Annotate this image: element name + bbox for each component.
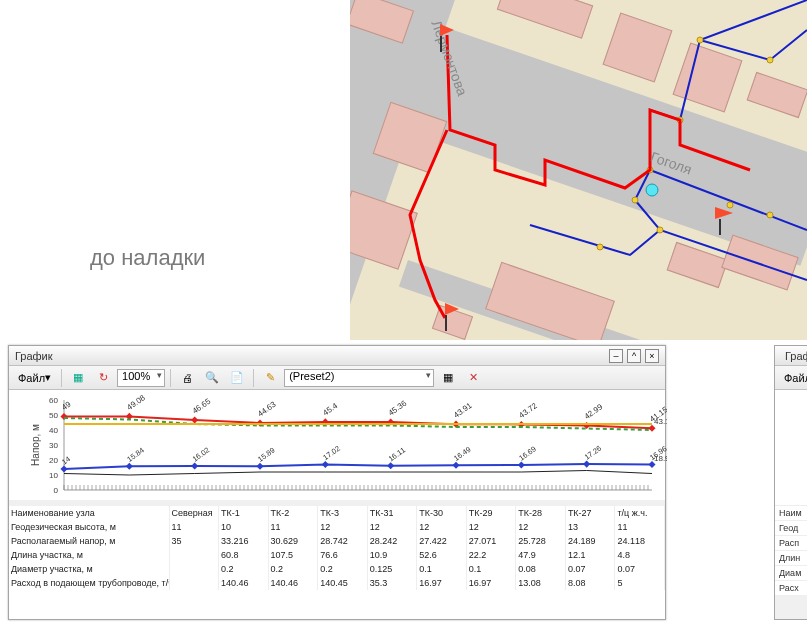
svg-point-4 xyxy=(632,197,638,203)
svg-text:50: 50 xyxy=(49,411,58,420)
svg-text:14: 14 xyxy=(60,454,72,466)
table-cell: 5 xyxy=(615,576,665,590)
caption-label: до наладки xyxy=(90,245,205,271)
delete-icon[interactable]: ✕ xyxy=(462,368,484,388)
table-cell: ТК-2 xyxy=(268,506,318,520)
flag-icon xyxy=(445,303,459,315)
apply-icon[interactable]: ▦ xyxy=(437,368,459,388)
page-setup-icon[interactable]: 📄 xyxy=(226,368,248,388)
chart-svg: 01020304050604949.0846.6544.6345.445.364… xyxy=(9,390,667,500)
chart-window: График – ^ × Файл ▾ ▦ ↻ 100% 🖨 🔍 📄 ✎ (Pr… xyxy=(8,345,666,620)
svg-text:49: 49 xyxy=(60,399,73,412)
svg-text:44.63: 44.63 xyxy=(256,400,278,419)
svg-text:16.49: 16.49 xyxy=(452,445,473,463)
refresh-icon[interactable]: ↻ xyxy=(92,368,114,388)
preview-icon[interactable]: 🔍 xyxy=(201,368,223,388)
row-label: Наименование узла xyxy=(9,506,169,520)
pin-button[interactable]: ^ xyxy=(627,349,641,363)
table-row: Располагаемый напор, м3533.21630.62928.7… xyxy=(9,534,665,548)
zoom-select[interactable]: 100% xyxy=(117,369,165,387)
svg-text:16.69: 16.69 xyxy=(517,444,538,462)
svg-text:46.65: 46.65 xyxy=(191,396,213,415)
table-cell: 0.08 xyxy=(516,562,566,576)
svg-point-0 xyxy=(697,37,703,43)
table-cell: 16.97 xyxy=(466,576,516,590)
svg-text:40: 40 xyxy=(49,426,58,435)
chart-plot[interactable]: Напор, м 01020304050604949.0846.6544.634… xyxy=(9,390,665,500)
separator xyxy=(61,369,62,387)
table-cell: 60.8 xyxy=(219,548,269,562)
table-cell: 52.6 xyxy=(417,548,467,562)
table-cell: 33.216 xyxy=(219,534,269,548)
svg-point-3 xyxy=(657,227,663,233)
print-icon[interactable]: 🖨 xyxy=(176,368,198,388)
table-cell: 140.46 xyxy=(219,576,269,590)
close-button[interactable]: × xyxy=(645,349,659,363)
svg-point-8 xyxy=(767,212,773,218)
chart-window-secondary: График Файл НаимГеодРаспДлинДиамРасх xyxy=(774,345,807,620)
table-cell: ТК-1 xyxy=(219,506,269,520)
table-cell: 22.2 xyxy=(466,548,516,562)
window-title-bar[interactable]: График – ^ × xyxy=(9,346,665,366)
table-cell: 10 xyxy=(219,520,269,534)
table-cell: 13 xyxy=(565,520,615,534)
table-cell: 8.08 xyxy=(565,576,615,590)
table-cell: 47.9 xyxy=(516,548,566,562)
chart-plot xyxy=(775,390,807,505)
table-cell: 11 xyxy=(268,520,318,534)
svg-text:10: 10 xyxy=(49,471,58,480)
window-title-bar[interactable]: График xyxy=(775,346,807,366)
table-cell: 24.189 xyxy=(565,534,615,548)
separator xyxy=(170,369,171,387)
table-cell: 12.1 xyxy=(565,548,615,562)
table-cell: 12 xyxy=(466,520,516,534)
row-label-fragment: Расх xyxy=(775,580,807,595)
svg-text:45.36: 45.36 xyxy=(387,398,409,417)
svg-point-7 xyxy=(597,244,603,250)
file-menu[interactable]: Файл ▾ xyxy=(13,368,56,388)
table-cell: 0.2 xyxy=(318,562,368,576)
table-cell: 12 xyxy=(318,520,368,534)
svg-text:16.02: 16.02 xyxy=(191,445,212,463)
table-row: Диаметр участка, м0.20.20.20.1250.10.10.… xyxy=(9,562,665,576)
table-row: Наименование узлаСевернаяТК-1ТК-2ТК-3ТК-… xyxy=(9,506,665,520)
svg-point-6 xyxy=(767,57,773,63)
svg-text:17.26: 17.26 xyxy=(583,444,604,462)
svg-text:49.08: 49.08 xyxy=(125,393,147,412)
edit-icon[interactable]: ✎ xyxy=(259,368,281,388)
svg-rect-168 xyxy=(191,416,198,423)
table-cell: 27.071 xyxy=(466,534,516,548)
table-cell: 28.742 xyxy=(318,534,368,548)
svg-text:20: 20 xyxy=(49,456,58,465)
table-cell: 27.422 xyxy=(417,534,467,548)
table-cell: 30.629 xyxy=(268,534,318,548)
map-view[interactable]: Лермонтова Гоголя xyxy=(350,0,807,340)
calendar-icon[interactable]: ▦ xyxy=(67,368,89,388)
table-cell: 140.46 xyxy=(268,576,318,590)
minimize-button[interactable]: – xyxy=(609,349,623,363)
svg-text:43.72: 43.72 xyxy=(517,401,539,420)
preset-select[interactable]: (Preset2) xyxy=(284,369,434,387)
svg-text:0: 0 xyxy=(54,486,59,495)
table-cell: 10.9 xyxy=(367,548,417,562)
table-row: Расход в подающем трубопроводе, т/ч140.4… xyxy=(9,576,665,590)
row-label: Диаметр участка, м xyxy=(9,562,169,576)
file-menu[interactable]: Файл xyxy=(779,368,807,388)
chart-data-table[interactable]: Наименование узлаСевернаяТК-1ТК-2ТК-3ТК-… xyxy=(9,506,665,619)
table-row: Геодезическая высота, м11101112121212121… xyxy=(9,520,665,534)
svg-text:45.4: 45.4 xyxy=(321,401,339,418)
table-cell xyxy=(169,548,219,562)
table-cell: 76.6 xyxy=(318,548,368,562)
table-cell: 0.07 xyxy=(615,562,665,576)
table-cell: 25.728 xyxy=(516,534,566,548)
window-title: График xyxy=(15,350,53,362)
pipe-network xyxy=(350,0,807,340)
svg-text:16.11: 16.11 xyxy=(387,445,408,463)
row-label: Располагаемый напор, м xyxy=(9,534,169,548)
table-cell: 12 xyxy=(516,520,566,534)
separator xyxy=(253,369,254,387)
table-cell: ТК-30 xyxy=(417,506,467,520)
table-cell: 4.8 xyxy=(615,548,665,562)
row-label-fragment: Геод xyxy=(775,520,807,535)
row-label-fragment: Наим xyxy=(775,505,807,520)
